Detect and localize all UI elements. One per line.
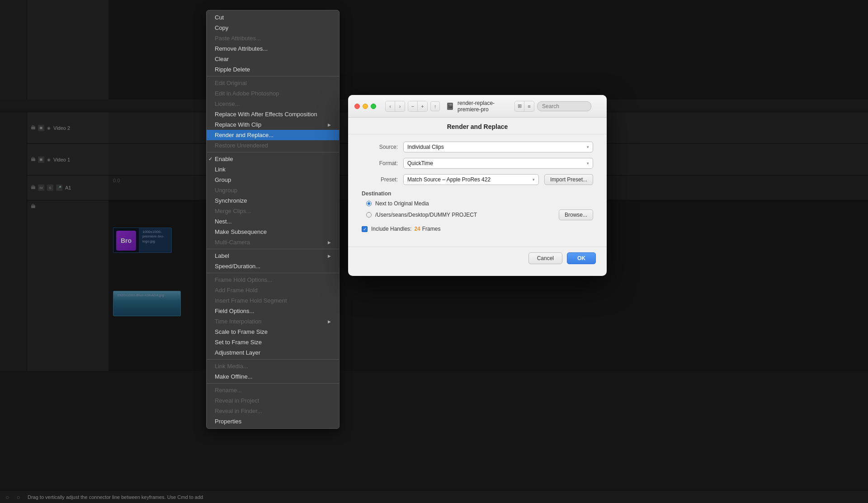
menu-item-make-subsequence[interactable]: Make Subsequence [207,227,339,237]
menu-item-reveal-finder: Reveal in Finder... [207,406,339,416]
menu-item-edit-photoshop: Edit in Adobe Photoshop [207,88,339,99]
menu-item-copy[interactable]: Copy [207,23,339,33]
separator-6 [207,383,339,384]
menu-item-insert-frame-hold: Insert Frame Hold Segment [207,295,339,306]
share-btn[interactable]: ↑ [430,101,440,111]
context-menu: Cut Copy Paste Attributes... Remove Attr… [206,10,340,429]
minimize-button[interactable] [363,104,368,109]
include-handles-row: ✓ Include Handles: 24 Frames [362,226,593,232]
dialog-titlebar: ‹ › − + ↑ 🎬 render-replace-premiere-pro … [348,95,607,118]
menu-item-reveal-project: Reveal in Project [207,395,339,406]
menu-item-scale-frame[interactable]: Scale to Frame Size [207,327,339,337]
include-handles-label: Include Handles: [371,226,411,232]
dialog-favicon: 🎬 [447,103,453,110]
dialog-window-title: render-replace-premiere-pro [458,100,512,113]
dialog-search-input[interactable] [537,101,591,111]
format-row: Format: QuickTime ▾ [362,158,593,169]
nav-back-btn[interactable]: ‹ [386,101,395,111]
menu-item-add-frame-hold: Add Frame Hold [207,285,339,295]
destination-section-label: Destination [362,190,593,197]
menu-item-merge-clips: Merge Clips... [207,206,339,216]
view-group: ⊞ ≡ [514,101,534,112]
source-select[interactable]: Individual Clips ▾ [403,142,593,152]
view-list-btn[interactable]: ≡ [524,101,534,111]
menu-item-label[interactable]: Label [207,251,339,261]
zoom-group: − + [408,101,428,112]
menu-item-ripple-delete[interactable]: Ripple Delete [207,64,339,75]
dest-next-original-label: Next to Original Media [375,200,429,207]
dialog-footer: Cancel OK [348,247,607,270]
menu-item-rename: Rename... [207,385,339,395]
status-icon-right: ○ [16,494,20,501]
cancel-button[interactable]: Cancel [528,252,562,264]
menu-item-restore-unrendered: Restore Unrendered [207,140,339,151]
menu-item-license: License... [207,99,339,109]
separator-1 [207,76,339,76]
separator-4 [207,273,339,273]
dest-path-radio[interactable] [366,212,372,218]
source-select-arrow: ▾ [587,145,589,149]
dialog-toolbar: ‹ › − + ↑ 🎬 render-replace-premiere-pro … [376,100,600,113]
menu-item-replace-with-clip[interactable]: Replace With Clip [207,119,339,130]
menu-item-clear[interactable]: Clear [207,54,339,64]
preset-select[interactable]: Match Source – Apple ProRes 422 ▾ [403,174,539,185]
menu-item-link[interactable]: Link [207,164,339,175]
dialog-body: Source: Individual Clips ▾ Format: Quick… [348,134,607,245]
status-icon-left: ○ [5,494,9,501]
dest-path-row: /Users/seans/Desktop/DUMMY PROJECT Brows… [362,209,593,220]
menu-item-frame-hold-options: Frame Hold Options... [207,275,339,285]
nav-back-fwd-group: ‹ › [385,101,405,112]
view-grid-btn[interactable]: ⊞ [515,101,524,111]
maximize-button[interactable] [371,104,376,109]
menu-item-remove-attributes[interactable]: Remove Attributes... [207,43,339,54]
dest-next-original-radio[interactable] [366,201,372,206]
menu-item-enable[interactable]: Enable [207,154,339,164]
menu-item-time-interpolation: Time Interpolation [207,316,339,327]
menu-item-ungroup: Ungroup [207,185,339,195]
separator-3 [207,249,339,249]
menu-item-adjustment[interactable]: Adjustment Layer [207,347,339,358]
menu-item-edit-original: Edit Original [207,78,339,88]
import-preset-button[interactable]: Import Preset... [544,174,593,185]
close-button[interactable] [354,104,360,109]
dialog-heading: Render and Replace [348,118,607,134]
menu-item-nest[interactable]: Nest... [207,216,339,227]
frames-count: 24 [414,226,420,232]
format-select[interactable]: QuickTime ▾ [403,158,593,169]
preset-label: Preset: [362,176,398,183]
browse-button[interactable]: Browse... [559,209,593,220]
source-label: Source: [362,144,398,150]
status-message: Drag to vertically adjust the connector … [28,494,203,500]
dest-path-label: /Users/seans/Desktop/DUMMY PROJECT [375,212,477,218]
menu-item-make-offline[interactable]: Make Offline... [207,371,339,382]
frames-label: Frames [422,226,441,232]
dialog-traffic-lights [354,104,376,109]
dest-next-original-row: Next to Original Media [362,200,593,207]
menu-item-paste-attributes: Paste Attributes... [207,33,339,43]
preset-select-arrow: ▾ [533,177,535,182]
render-replace-dialog: ‹ › − + ↑ 🎬 render-replace-premiere-pro … [348,95,607,276]
format-label: Format: [362,160,398,166]
separator-5 [207,359,339,360]
zoom-out-btn[interactable]: − [408,101,418,111]
menu-item-cut[interactable]: Cut [207,12,339,23]
menu-item-replace-after-effects[interactable]: Replace With After Effects Composition [207,109,339,119]
source-row: Source: Individual Clips ▾ [362,142,593,152]
menu-item-speed-duration[interactable]: Speed/Duration... [207,261,339,271]
menu-item-render-replace[interactable]: Render and Replace... [207,130,339,140]
nav-fwd-btn[interactable]: › [395,101,405,111]
format-select-arrow: ▾ [587,161,589,166]
menu-item-multi-camera: Multi-Camera [207,237,339,247]
include-handles-checkbox[interactable]: ✓ [362,226,368,232]
menu-item-group[interactable]: Group [207,175,339,185]
separator-2 [207,152,339,152]
menu-item-link-media: Link Media... [207,361,339,371]
menu-item-synchronize[interactable]: Synchronize [207,195,339,206]
menu-item-set-frame[interactable]: Set to Frame Size [207,337,339,347]
menu-item-field-options[interactable]: Field Options... [207,306,339,316]
menu-item-properties[interactable]: Properties [207,416,339,427]
dialog-title-section: 🎬 render-replace-premiere-pro [447,100,512,113]
status-bar: ○ ○ Drag to vertically adjust the connec… [0,490,868,503]
zoom-in-btn[interactable]: + [418,101,427,111]
ok-button[interactable]: OK [567,252,596,264]
